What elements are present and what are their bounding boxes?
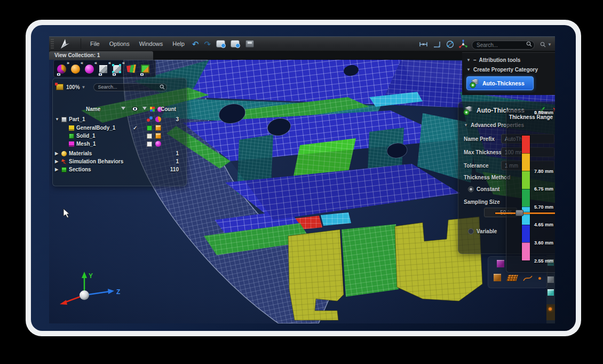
color-grid-icon[interactable] (150, 107, 155, 112)
orange-curve-filter-icon[interactable] (522, 274, 533, 282)
expand-caret-icon[interactable]: ▶ (55, 159, 58, 164)
sampling-size-slider[interactable] (495, 209, 555, 217)
check-icon[interactable]: ✓ (133, 125, 138, 131)
state-icon[interactable] (147, 116, 153, 122)
tree-row-materials[interactable]: ▶ Materials 1 (53, 150, 186, 158)
filter-icon[interactable] (121, 107, 125, 110)
legend-tick: 3.60 mm (534, 240, 555, 246)
thickness-range-legend: Thickness Range 7.80 mm 6.75 mm 5.70 mm … (506, 109, 555, 273)
tab-view-collection[interactable]: View Collection: 1 (49, 51, 153, 60)
chevron-down-icon: ▼ (548, 42, 552, 47)
legend-segment (522, 171, 530, 189)
sampling-size-label: Sampling Size (464, 199, 500, 205)
type-icon[interactable] (155, 125, 161, 131)
attribution-tools-header[interactable]: ▼ – Attribution tools (466, 57, 520, 63)
undo-icon[interactable]: ↶ (192, 40, 199, 48)
color-swatch[interactable] (147, 141, 152, 147)
orange-sphere-display-icon[interactable]: « (69, 61, 83, 76)
legend-segment (522, 242, 530, 260)
variable-radio[interactable]: Variable (468, 228, 497, 234)
tolerance-label: Tolerance (464, 163, 489, 169)
section-box-display-icon[interactable] (139, 61, 153, 76)
legend-segment (522, 189, 530, 207)
tree-search-input[interactable] (93, 83, 167, 91)
toolbar-grip[interactable] (51, 39, 54, 49)
type-icon[interactable] (155, 141, 161, 147)
cyan-cube-tool-icon[interactable] (548, 289, 554, 296)
tree-row-part[interactable]: ▼ Part_1 3 (53, 116, 186, 124)
tree-header-row: Name Count (56, 106, 184, 114)
search-icon[interactable] (526, 41, 532, 47)
divider (81, 38, 81, 49)
menu-help[interactable]: Help (168, 39, 189, 49)
tree-row-mesh[interactable]: Mesh_1 (53, 140, 186, 148)
chevron-down-icon: ▼ (464, 123, 468, 128)
export-image-icon[interactable] (231, 40, 240, 48)
search-filter-icon (540, 42, 546, 48)
type-icon[interactable] (155, 116, 161, 122)
menu-options[interactable]: Options (105, 39, 134, 49)
import-image-icon[interactable] (216, 40, 225, 48)
eye-icon (56, 73, 61, 76)
mouse-cursor (63, 208, 72, 219)
orange-surface-filter-icon[interactable] (506, 275, 518, 281)
search-box (472, 39, 535, 50)
tree-zoom-level[interactable]: 100% (66, 84, 80, 90)
auto-thickness-button[interactable]: Auto-Thickness (466, 76, 534, 90)
axis-z-label: Z (116, 288, 120, 296)
app-logo-icon (58, 38, 71, 50)
column-name[interactable]: Name (86, 106, 100, 112)
filter-icon[interactable] (142, 107, 147, 110)
redo-icon[interactable]: ↷ (204, 40, 211, 48)
pie-sphere-display-icon[interactable]: » (55, 61, 69, 76)
tree-row-solid[interactable]: Solid_1 (53, 132, 186, 140)
measure-angle-icon[interactable] (432, 40, 441, 49)
visibility-toolbar: » « « « « (53, 60, 156, 77)
legend-tick: 0 mm (534, 110, 555, 115)
vertex-cube-display-icon[interactable]: « (111, 61, 125, 76)
slider-track[interactable] (495, 212, 555, 214)
magenta-cube-filter-icon[interactable] (497, 260, 504, 267)
eye-icon (98, 73, 103, 76)
save-icon[interactable] (245, 40, 254, 48)
gray-cube-tool-icon[interactable] (548, 276, 554, 283)
measure-radius-icon[interactable] (446, 40, 455, 49)
expand-caret-icon[interactable]: ▶ (55, 167, 58, 172)
eye-icon[interactable] (132, 107, 138, 111)
menu-file[interactable]: File (85, 39, 105, 49)
tree-row-simulation-behaviors[interactable]: ▶ Simulation Behaviors 1 (53, 158, 186, 166)
type-icon[interactable] (155, 133, 161, 139)
legend-color-bar (521, 135, 530, 261)
screenshot-stage: File Options Windows Help ↶ ↷ (0, 0, 603, 364)
orange-point-filter-icon[interactable] (538, 277, 541, 280)
search-input[interactable] (472, 41, 535, 50)
orange-cube-filter-icon[interactable] (494, 274, 501, 281)
auto-thickness-icon (463, 105, 473, 116)
orange-spark-tool-icon[interactable] (549, 307, 552, 311)
view-triad-icon[interactable] (459, 39, 467, 49)
color-swatch[interactable] (147, 125, 152, 131)
constant-radio[interactable]: Constant (468, 186, 499, 192)
legend-tick: 4.65 mm (534, 222, 555, 227)
tree-row-sections[interactable]: ▶ Sections 110 (53, 166, 186, 174)
tree-row-generalbody[interactable]: GeneralBody_1 ✓ (53, 124, 186, 132)
column-count[interactable]: Count (161, 106, 176, 112)
axis-flag-display-icon[interactable] (125, 61, 139, 76)
expand-caret-icon[interactable]: ▶ (55, 151, 58, 156)
slider-handle[interactable] (515, 210, 523, 216)
eye-icon (139, 73, 145, 76)
chevron-down-icon[interactable]: ▼ (82, 85, 86, 90)
measure-distance-icon[interactable] (419, 40, 428, 49)
menu-windows[interactable]: Windows (134, 39, 168, 49)
create-property-category-header[interactable]: ▼ Create Property Category (466, 67, 538, 73)
app-window: File Options Windows Help ↶ ↷ (49, 36, 555, 323)
auto-thickness-icon (469, 78, 480, 89)
color-swatch[interactable] (147, 133, 152, 139)
expand-caret-icon[interactable]: ▼ (55, 117, 59, 122)
legend-segment (522, 136, 530, 153)
radio-icon (468, 186, 474, 192)
magenta-sphere-display-icon[interactable]: « (83, 61, 97, 76)
gray-cube-display-icon[interactable]: « (97, 61, 111, 76)
chevron-down-icon: ▼ (466, 58, 471, 62)
search-options-dropdown[interactable]: ▼ (540, 42, 552, 48)
